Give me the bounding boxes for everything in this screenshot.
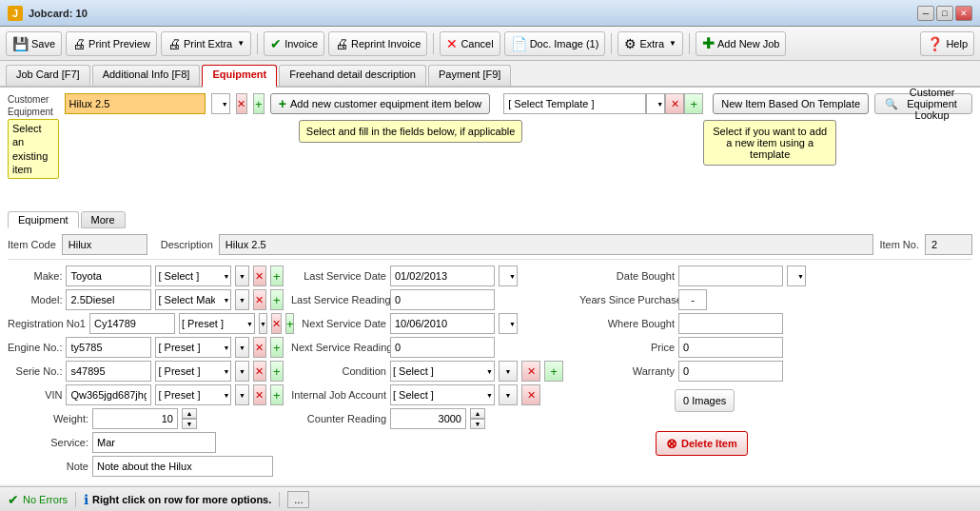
model-clear-btn[interactable]: ✕	[253, 289, 266, 310]
price-row: Price	[579, 337, 972, 358]
engine-dropdown-btn[interactable]: ▼	[235, 337, 248, 358]
counter-up-btn[interactable]: ▲	[470, 408, 485, 419]
close-button[interactable]: ✕	[955, 6, 972, 21]
maximize-button[interactable]: □	[936, 6, 953, 21]
counter-down-btn[interactable]: ▼	[470, 419, 485, 429]
reg-select[interactable]: [ Preset ]	[179, 313, 255, 334]
model-select[interactable]: [ Select Make ]	[155, 289, 231, 310]
delete-item-button[interactable]: ⊗ Delete Item	[656, 431, 748, 456]
date-bought-input[interactable]	[678, 265, 783, 286]
next-service-date-input[interactable]	[390, 313, 495, 334]
warranty-input[interactable]	[678, 361, 783, 382]
reprint-invoice-button[interactable]: 🖨 Reprint Invoice	[328, 31, 427, 56]
ija-select[interactable]: [ Select ]	[390, 384, 495, 405]
next-service-reading-input[interactable]	[390, 337, 495, 358]
minimize-button[interactable]: ─	[917, 6, 934, 21]
note-input[interactable]	[92, 456, 273, 477]
years-since-purchased-input[interactable]	[678, 289, 707, 310]
vin-select[interactable]: [ Preset ]	[155, 384, 231, 405]
tab-additional-info[interactable]: Additional Info [F8]	[92, 65, 201, 86]
counter-reading-input[interactable]	[390, 408, 466, 429]
date-bought-row: Date Bought	[579, 265, 972, 286]
invoice-button[interactable]: ✔ Invoice	[264, 31, 324, 56]
customer-equipment-add-icon-btn[interactable]: +	[253, 93, 265, 114]
doc-image-button[interactable]: 📄 Doc. Image (1)	[504, 31, 606, 56]
make-select[interactable]: [ Select ]	[155, 265, 231, 286]
reg-clear-btn[interactable]: ✕	[271, 313, 282, 334]
nsd-dropdown[interactable]	[499, 313, 518, 334]
last-service-date-input[interactable]	[390, 265, 495, 286]
last-service-reading-input[interactable]	[390, 289, 495, 310]
sub-tab-equipment[interactable]: Equipment	[8, 211, 79, 228]
sub-tab-more[interactable]: More	[81, 211, 126, 228]
images-section: 0 Images	[675, 389, 972, 412]
reg-dropdown-btn[interactable]: ▼	[259, 313, 267, 334]
customer-equipment-input[interactable]	[65, 93, 206, 114]
engine-add-btn[interactable]: +	[270, 337, 284, 358]
form-left: Make: [ Select ] ▼ ✕ + Model: [ Select M…	[8, 265, 284, 480]
make-clear-btn[interactable]: ✕	[253, 265, 266, 286]
template-clear-btn[interactable]: ✕	[665, 93, 684, 114]
template-input[interactable]	[503, 93, 646, 114]
item-no-input[interactable]	[925, 234, 972, 255]
new-item-template-btn[interactable]: New Item Based On Template	[713, 93, 869, 114]
serie-clear-btn[interactable]: ✕	[253, 361, 266, 382]
images-button[interactable]: 0 Images	[675, 389, 735, 412]
status-dots-button[interactable]: ...	[287, 491, 309, 508]
vin-input[interactable]	[66, 384, 151, 405]
ija-clear-btn[interactable]: ✕	[521, 384, 540, 405]
template-dropdown[interactable]	[646, 93, 665, 114]
customer-equipment-clear-btn[interactable]: ✕	[236, 93, 247, 114]
make-dropdown-btn[interactable]: ▼	[235, 265, 248, 286]
add-new-equipment-btn[interactable]: + Add new customer equipment item below	[270, 93, 490, 114]
price-input[interactable]	[678, 337, 783, 358]
weight-up-btn[interactable]: ▲	[182, 408, 197, 419]
serie-add-btn[interactable]: +	[270, 361, 284, 382]
vin-clear-btn[interactable]: ✕	[253, 384, 266, 405]
model-select-wrapper: [ Select Make ]	[155, 289, 231, 310]
where-bought-input[interactable]	[678, 313, 783, 334]
engine-select[interactable]: [ Preset ]	[155, 337, 231, 358]
model-dropdown-btn[interactable]: ▼	[235, 289, 248, 310]
nsd-select-wrapper	[499, 313, 518, 334]
description-input[interactable]	[219, 234, 874, 255]
vin-dropdown-btn[interactable]: ▼	[235, 384, 248, 405]
engine-input[interactable]	[66, 337, 151, 358]
extra-button[interactable]: ⚙ Extra ▼	[617, 31, 683, 56]
help-button[interactable]: ❓ Help	[920, 31, 974, 56]
condition-clear-btn[interactable]: ✕	[521, 361, 540, 382]
tab-freehand[interactable]: Freehand detail description	[279, 65, 426, 86]
tab-equipment[interactable]: Equipment	[202, 65, 277, 88]
tab-job-card[interactable]: Job Card [F7]	[6, 65, 90, 86]
print-preview-button[interactable]: 🖨 Print Preview	[66, 31, 157, 56]
make-add-btn[interactable]: +	[270, 265, 284, 286]
serie-dropdown-btn[interactable]: ▼	[235, 361, 248, 382]
select-existing-tooltip: Select an existing item	[12, 123, 48, 175]
lsd-dropdown[interactable]	[499, 265, 518, 286]
weight-input[interactable]	[92, 408, 178, 429]
ija-dropdown-btn[interactable]: ▼	[499, 384, 518, 405]
tab-payment[interactable]: Payment [F9]	[428, 65, 511, 86]
make-input[interactable]	[66, 265, 151, 286]
weight-down-btn[interactable]: ▼	[182, 419, 197, 429]
db-dropdown[interactable]	[787, 265, 806, 286]
serie-select[interactable]: [ Preset ]	[155, 361, 231, 382]
cancel-button[interactable]: ✕ Cancel	[440, 31, 500, 56]
condition-select[interactable]: [ Select ]	[390, 361, 495, 382]
registration-input[interactable]	[89, 313, 175, 334]
serie-input[interactable]	[66, 361, 151, 382]
customer-equipment-dropdown[interactable]	[211, 93, 230, 114]
template-add-btn[interactable]: +	[684, 93, 703, 114]
model-input[interactable]	[66, 289, 151, 310]
customer-equipment-lookup-btn[interactable]: 🔍 Customer Equipment Lookup	[874, 93, 972, 114]
model-add-btn[interactable]: +	[270, 289, 284, 310]
save-button[interactable]: 💾 Save	[6, 31, 62, 56]
service-input[interactable]	[92, 432, 216, 453]
condition-dropdown-btn[interactable]: ▼	[499, 361, 518, 382]
item-code-input[interactable]	[62, 234, 147, 255]
add-new-job-button[interactable]: ✚ Add New Job	[696, 31, 786, 56]
engine-clear-btn[interactable]: ✕	[253, 337, 266, 358]
print-extra-button[interactable]: 🖨 Print Extra ▼	[161, 31, 251, 56]
condition-add-btn[interactable]: +	[544, 361, 563, 382]
vin-add-btn[interactable]: +	[270, 384, 284, 405]
